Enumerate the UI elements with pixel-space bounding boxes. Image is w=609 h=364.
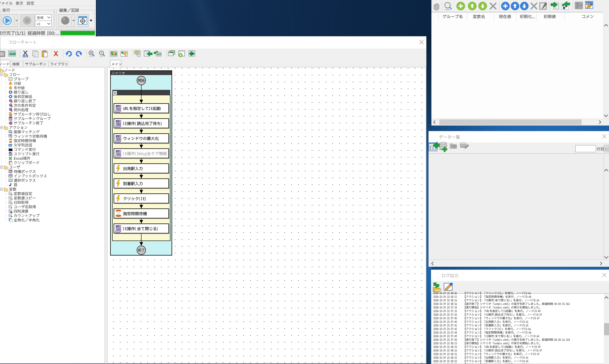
svg-text:UBT: UBT (116, 106, 119, 107)
svg-text:UBT: UBT (116, 136, 119, 137)
svg-text:UBT: UBT (116, 151, 119, 152)
svg-text:F: F (9, 197, 11, 199)
svg-text:F: F (9, 205, 11, 208)
svg-text:A: A (9, 219, 10, 221)
svg-text:UBT: UBT (116, 121, 119, 122)
svg-text:F: F (9, 192, 11, 195)
svg-text:UBT: UBT (116, 226, 119, 228)
svg-text:F: F (9, 214, 11, 217)
svg-text:12: 12 (11, 211, 12, 213)
